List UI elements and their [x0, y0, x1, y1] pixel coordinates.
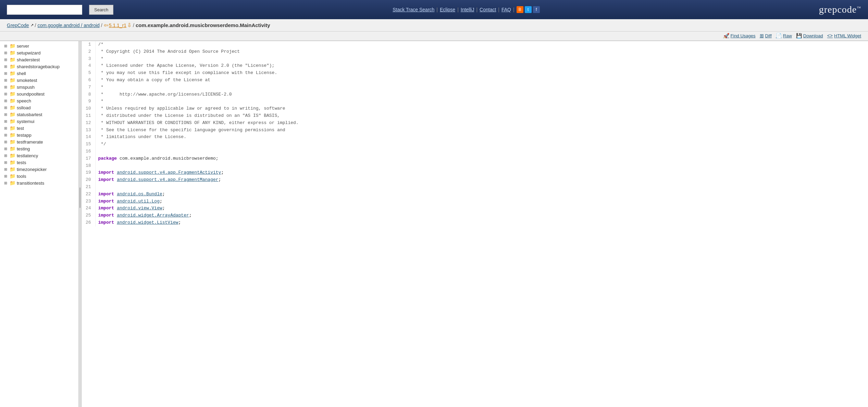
sidebar-item[interactable]: ⊞ 📁 systemui	[0, 118, 78, 125]
sidebar-item[interactable]: ⊞ 📁 smoketest	[0, 77, 78, 84]
sidebar-item-label: transitiontests	[17, 181, 44, 186]
search-button[interactable]: Search	[89, 5, 113, 15]
sidebar-item[interactable]: ⊞ 📁 smspush	[0, 84, 78, 90]
sidebar-item-label: smspush	[17, 85, 35, 90]
keyword-import: import	[98, 213, 114, 218]
code-area[interactable]: 1/*2 * Copyright (C) 2014 The Android Op…	[82, 41, 868, 407]
sidebar-item-label: sslload	[17, 105, 30, 110]
sidebar-item-label: setupwizard	[17, 50, 40, 56]
sidebar-item[interactable]: ⊞ 📁 timezonepicker	[0, 166, 78, 173]
comment-text: * WITHOUT WARRANTIES OR CONDITIONS OF AN…	[98, 120, 299, 125]
folder-icon: 📁	[10, 64, 15, 69]
sidebar-item[interactable]: ⊞ 📁 testframerate	[0, 138, 78, 145]
eclipse-link[interactable]: Eclipse	[440, 7, 455, 12]
comment-text: * distributed under the License is distr…	[98, 113, 280, 118]
sidebar-item[interactable]: ⊞ 📁 testlatency	[0, 152, 78, 159]
contact-link[interactable]: Contact	[480, 7, 496, 12]
comment-text: * You may obtain a copy of the License a…	[98, 77, 211, 83]
sidebar-item[interactable]: ⊞ 📁 speech	[0, 97, 78, 104]
grepcode-link[interactable]: GrepCode	[7, 23, 29, 28]
sidebar-item[interactable]: ⊞ 📁 sslload	[0, 104, 78, 111]
import-link[interactable]: android.widget.ListView	[117, 220, 178, 225]
sidebar-item[interactable]: ⊞ 📁 setupwizard	[0, 49, 78, 56]
sidebar-item[interactable]: ⊞ 📁 soundpooltest	[0, 90, 78, 97]
folder-icon: 📁	[10, 173, 15, 179]
code-cell: * you may not use this file except in co…	[95, 70, 868, 77]
import-link[interactable]: android.os.Bundle	[117, 192, 162, 197]
import-link[interactable]: android.support.v4.app.FragmentActivity	[117, 170, 221, 175]
stack-trace-link[interactable]: Stack Trace Search	[393, 7, 434, 12]
table-row: 3 *	[82, 56, 868, 63]
sidebar-item[interactable]: ⊞ 📁 statusbartest	[0, 111, 78, 118]
sidebar[interactable]: ⊞ 📁 server ⊞ 📁 setupwizard ⊞ 📁 shaderste…	[0, 41, 79, 407]
line-number: 1	[82, 41, 95, 48]
resize-handle[interactable]	[79, 41, 82, 407]
comment-text: * Licensed under the Apache License, Ver…	[98, 63, 275, 68]
intellij-link[interactable]: IntelliJ	[461, 7, 474, 12]
diff-link[interactable]: ⊞ Diff	[760, 33, 772, 38]
table-row: 16	[82, 148, 868, 155]
search-input[interactable]	[7, 5, 82, 15]
classname: com.example.android.musicbrowserdemo.Mai…	[136, 22, 270, 28]
import-link[interactable]: android.util.Log	[117, 199, 160, 204]
sidebar-item[interactable]: ⊞ 📁 testing	[0, 145, 78, 152]
sidebar-item[interactable]: ⊞ 📁 server	[0, 42, 78, 49]
import-link[interactable]: android.widget.ArrayAdapter	[117, 213, 189, 218]
path-link[interactable]: com.google.android / android	[37, 23, 99, 28]
code-cell	[95, 148, 868, 155]
twitter-icon[interactable]: t	[525, 6, 532, 13]
faq-link[interactable]: FAQ	[501, 7, 511, 12]
sidebar-item[interactable]: ⊞ 📁 tests	[0, 159, 78, 166]
folder-icon: 📁	[10, 119, 15, 124]
sidebar-item-label: testapp	[17, 133, 32, 138]
line-number: 21	[82, 184, 95, 191]
table-row: 18	[82, 162, 868, 170]
sidebar-item[interactable]: ⊞ 📁 testapp	[0, 132, 78, 138]
comment-text: * http://www.apache.org/licenses/LICENSE…	[98, 92, 232, 97]
sidebar-item-label: shell	[17, 71, 26, 76]
find-usages-link[interactable]: 🚀 Find Usages	[723, 33, 756, 38]
sidebar-item[interactable]: ⊞ 📁 transitiontests	[0, 180, 78, 186]
raw-link[interactable]: 📄 Raw	[776, 33, 792, 38]
html-icon: <>	[827, 33, 833, 38]
table-row: 22import android.os.Bundle;	[82, 191, 868, 198]
expand-icon: ⊞	[4, 133, 8, 137]
table-row: 5 * you may not use this file except in …	[82, 70, 868, 77]
expand-icon: ⊞	[4, 119, 8, 124]
import-link[interactable]: android.support.v4.app.FragmentManager	[117, 177, 218, 182]
line-number: 24	[82, 205, 95, 212]
code-cell: */	[95, 141, 868, 148]
sidebar-item[interactable]: ⊞ 📁 shell	[0, 70, 78, 77]
code-cell: import android.widget.ListView;	[95, 219, 868, 226]
html-widget-link[interactable]: <> HTML Widget	[827, 33, 861, 38]
prev-version-icon[interactable]: ⇦	[104, 22, 108, 28]
expand-icon: ⊞	[4, 174, 8, 178]
sidebar-item[interactable]: ⊞ 📁 tools	[0, 173, 78, 180]
table-row: 13 * See the License for the specific la…	[82, 127, 868, 134]
sidebar-item[interactable]: ⊞ 📁 test	[0, 125, 78, 132]
folder-icon: 📁	[10, 43, 15, 49]
facebook-icon[interactable]: f	[533, 6, 540, 13]
code-cell: * Copyright (C) 2014 The Android Open So…	[95, 48, 868, 56]
line-number: 26	[82, 219, 95, 226]
version-link[interactable]: 5.1.1_r1	[109, 23, 126, 28]
line-number: 14	[82, 134, 95, 141]
blogger-icon[interactable]: B	[517, 6, 523, 13]
import-link[interactable]: android.view.View	[117, 206, 162, 211]
sidebar-item-label: testing	[17, 146, 30, 151]
folder-icon: 📁	[10, 180, 15, 186]
sidebar-item[interactable]: ⊞ 📁 shaderstest	[0, 56, 78, 63]
keyword-import: import	[98, 206, 114, 211]
folder-icon: 📁	[10, 50, 15, 56]
folder-icon: 📁	[10, 139, 15, 145]
table-row: 2 * Copyright (C) 2014 The Android Open …	[82, 48, 868, 56]
next-version-icon[interactable]: ⇩	[127, 22, 132, 28]
folder-icon: 📁	[10, 132, 15, 138]
table-row: 24import android.view.View;	[82, 205, 868, 212]
keyword-import: import	[98, 220, 114, 225]
sidebar-item[interactable]: ⊞ 📁 sharedstoragebackup	[0, 63, 78, 70]
social-icons: B t f	[517, 6, 540, 13]
line-number: 10	[82, 105, 95, 112]
comment-text: *	[98, 85, 104, 90]
download-link[interactable]: 💾 Download	[796, 33, 823, 38]
